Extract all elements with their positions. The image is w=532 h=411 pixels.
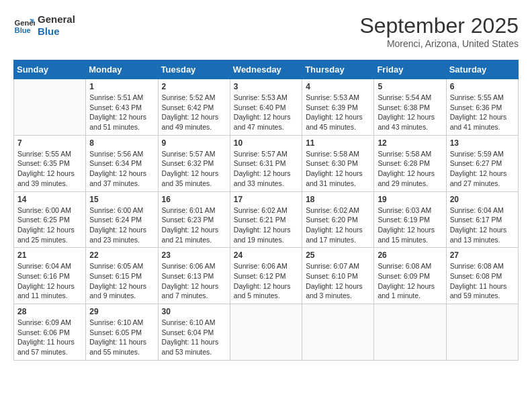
calendar-cell: 22Sunrise: 6:05 AM Sunset: 6:15 PM Dayli… [86, 248, 158, 304]
header-row: SundayMondayTuesdayWednesdayThursdayFrid… [14, 60, 519, 79]
logo-icon: General Blue [13, 15, 35, 36]
day-number: 27 [450, 250, 515, 260]
calendar-cell: 27Sunrise: 6:08 AM Sunset: 6:08 PM Dayli… [446, 248, 518, 304]
day-header-tuesday: Tuesday [158, 60, 230, 79]
calendar-cell [302, 304, 374, 361]
calendar-cell: 18Sunrise: 6:02 AM Sunset: 6:20 PM Dayli… [302, 191, 374, 248]
day-number: 16 [162, 195, 226, 204]
calendar-cell [374, 304, 446, 361]
day-info: Sunrise: 6:10 AM Sunset: 6:05 PM Dayligh… [89, 318, 154, 357]
week-row-3: 14Sunrise: 6:00 AM Sunset: 6:25 PM Dayli… [14, 191, 519, 248]
day-info: Sunrise: 5:55 AM Sunset: 6:36 PM Dayligh… [450, 93, 515, 132]
day-info: Sunrise: 6:06 AM Sunset: 6:12 PM Dayligh… [234, 261, 298, 301]
calendar-cell: 2Sunrise: 5:52 AM Sunset: 6:42 PM Daylig… [158, 79, 230, 136]
logo: General Blue General Blue [13, 13, 75, 38]
day-number: 23 [162, 250, 226, 260]
calendar-cell: 13Sunrise: 5:59 AM Sunset: 6:27 PM Dayli… [446, 135, 518, 191]
location: Morenci, Arizona, United States [359, 38, 519, 49]
day-header-wednesday: Wednesday [230, 60, 302, 79]
day-info: Sunrise: 6:07 AM Sunset: 6:10 PM Dayligh… [306, 261, 370, 301]
week-row-1: 1Sunrise: 5:51 AM Sunset: 6:43 PM Daylig… [14, 79, 519, 136]
calendar-cell: 10Sunrise: 5:57 AM Sunset: 6:31 PM Dayli… [230, 135, 302, 191]
day-number: 18 [306, 195, 370, 204]
calendar-cell: 9Sunrise: 5:57 AM Sunset: 6:32 PM Daylig… [158, 135, 230, 191]
calendar-cell: 25Sunrise: 6:07 AM Sunset: 6:10 PM Dayli… [302, 248, 374, 304]
calendar-cell: 16Sunrise: 6:01 AM Sunset: 6:23 PM Dayli… [158, 191, 230, 248]
day-info: Sunrise: 6:03 AM Sunset: 6:19 PM Dayligh… [378, 205, 442, 245]
calendar-cell: 26Sunrise: 6:08 AM Sunset: 6:09 PM Dayli… [374, 248, 446, 304]
day-info: Sunrise: 6:08 AM Sunset: 6:08 PM Dayligh… [450, 261, 515, 301]
calendar-cell: 30Sunrise: 6:10 AM Sunset: 6:04 PM Dayli… [158, 304, 230, 361]
calendar-cell: 28Sunrise: 6:09 AM Sunset: 6:06 PM Dayli… [14, 304, 86, 361]
day-info: Sunrise: 6:06 AM Sunset: 6:13 PM Dayligh… [162, 261, 226, 301]
calendar-cell: 24Sunrise: 6:06 AM Sunset: 6:12 PM Dayli… [230, 248, 302, 304]
calendar-cell: 12Sunrise: 5:58 AM Sunset: 6:28 PM Dayli… [374, 135, 446, 191]
day-number: 17 [234, 195, 298, 204]
day-number: 10 [234, 138, 298, 148]
calendar-cell: 6Sunrise: 5:55 AM Sunset: 6:36 PM Daylig… [446, 79, 518, 136]
day-info: Sunrise: 6:02 AM Sunset: 6:20 PM Dayligh… [306, 205, 370, 245]
day-number: 3 [234, 82, 298, 91]
calendar-cell: 19Sunrise: 6:03 AM Sunset: 6:19 PM Dayli… [374, 191, 446, 248]
calendar-cell: 5Sunrise: 5:54 AM Sunset: 6:38 PM Daylig… [374, 79, 446, 136]
day-info: Sunrise: 6:00 AM Sunset: 6:25 PM Dayligh… [17, 205, 82, 245]
calendar-cell: 29Sunrise: 6:10 AM Sunset: 6:05 PM Dayli… [86, 304, 158, 361]
day-number: 25 [306, 250, 370, 260]
day-info: Sunrise: 5:58 AM Sunset: 6:30 PM Dayligh… [306, 149, 370, 189]
day-number: 13 [450, 138, 515, 148]
svg-text:Blue: Blue [15, 26, 31, 34]
day-info: Sunrise: 5:52 AM Sunset: 6:42 PM Dayligh… [162, 93, 226, 132]
calendar-cell: 20Sunrise: 6:04 AM Sunset: 6:17 PM Dayli… [446, 191, 518, 248]
day-info: Sunrise: 6:04 AM Sunset: 6:16 PM Dayligh… [17, 261, 82, 301]
calendar-cell: 8Sunrise: 5:56 AM Sunset: 6:34 PM Daylig… [86, 135, 158, 191]
calendar-cell: 4Sunrise: 5:53 AM Sunset: 6:39 PM Daylig… [302, 79, 374, 136]
day-info: Sunrise: 5:56 AM Sunset: 6:34 PM Dayligh… [89, 149, 154, 189]
month-title: September 2025 [359, 13, 519, 38]
calendar-table: SundayMondayTuesdayWednesdayThursdayFrid… [13, 60, 519, 361]
calendar-cell [230, 304, 302, 361]
day-number: 22 [89, 250, 154, 260]
day-info: Sunrise: 5:59 AM Sunset: 6:27 PM Dayligh… [450, 149, 515, 189]
week-row-4: 21Sunrise: 6:04 AM Sunset: 6:16 PM Dayli… [14, 248, 519, 304]
week-row-5: 28Sunrise: 6:09 AM Sunset: 6:06 PM Dayli… [14, 304, 519, 361]
page-header: General Blue General Blue September 2025… [13, 13, 519, 49]
calendar-cell: 11Sunrise: 5:58 AM Sunset: 6:30 PM Dayli… [302, 135, 374, 191]
day-number: 7 [17, 138, 82, 148]
day-info: Sunrise: 6:01 AM Sunset: 6:23 PM Dayligh… [162, 205, 226, 245]
day-info: Sunrise: 5:57 AM Sunset: 6:31 PM Dayligh… [234, 149, 298, 189]
day-info: Sunrise: 5:58 AM Sunset: 6:28 PM Dayligh… [378, 149, 442, 189]
day-number: 15 [89, 195, 154, 204]
calendar-cell: 7Sunrise: 5:55 AM Sunset: 6:35 PM Daylig… [14, 135, 86, 191]
day-number: 12 [378, 138, 442, 148]
day-info: Sunrise: 6:04 AM Sunset: 6:17 PM Dayligh… [450, 205, 515, 245]
day-info: Sunrise: 6:00 AM Sunset: 6:24 PM Dayligh… [89, 205, 154, 245]
day-header-sunday: Sunday [14, 60, 86, 79]
day-header-saturday: Saturday [446, 60, 518, 79]
day-number: 1 [89, 82, 154, 91]
calendar-cell: 21Sunrise: 6:04 AM Sunset: 6:16 PM Dayli… [14, 248, 86, 304]
day-number: 20 [450, 195, 515, 204]
day-number: 26 [378, 250, 442, 260]
day-info: Sunrise: 5:54 AM Sunset: 6:38 PM Dayligh… [378, 93, 442, 132]
day-info: Sunrise: 5:53 AM Sunset: 6:39 PM Dayligh… [306, 93, 370, 132]
calendar-cell: 15Sunrise: 6:00 AM Sunset: 6:24 PM Dayli… [86, 191, 158, 248]
day-info: Sunrise: 6:10 AM Sunset: 6:04 PM Dayligh… [162, 318, 226, 357]
calendar-cell [14, 79, 86, 136]
day-number: 29 [89, 307, 154, 316]
title-block: September 2025 Morenci, Arizona, United … [359, 13, 519, 49]
day-info: Sunrise: 6:05 AM Sunset: 6:15 PM Dayligh… [89, 261, 154, 301]
calendar-cell: 1Sunrise: 5:51 AM Sunset: 6:43 PM Daylig… [86, 79, 158, 136]
day-number: 5 [378, 82, 442, 91]
day-number: 9 [162, 138, 226, 148]
day-info: Sunrise: 5:57 AM Sunset: 6:32 PM Dayligh… [162, 149, 226, 189]
day-number: 30 [162, 307, 226, 316]
day-number: 11 [306, 138, 370, 148]
day-number: 28 [17, 307, 82, 316]
day-info: Sunrise: 6:09 AM Sunset: 6:06 PM Dayligh… [17, 318, 82, 357]
calendar-cell: 17Sunrise: 6:02 AM Sunset: 6:21 PM Dayli… [230, 191, 302, 248]
calendar-cell: 3Sunrise: 5:53 AM Sunset: 6:40 PM Daylig… [230, 79, 302, 136]
calendar-cell [446, 304, 518, 361]
day-info: Sunrise: 6:02 AM Sunset: 6:21 PM Dayligh… [234, 205, 298, 245]
day-number: 8 [89, 138, 154, 148]
day-number: 14 [17, 195, 82, 204]
